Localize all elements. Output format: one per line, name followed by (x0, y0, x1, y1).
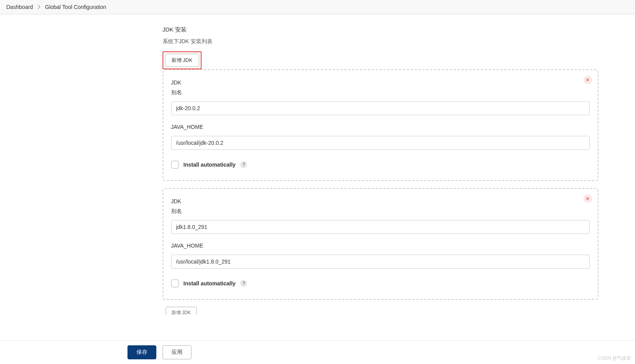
add-jdk-button-bottom[interactable]: 新增 JDK (166, 307, 197, 315)
help-icon[interactable]: ? (240, 161, 247, 168)
alias-label: 别名 (171, 207, 590, 215)
java-home-input[interactable] (171, 136, 590, 150)
breadcrumb-dashboard-link[interactable]: Dashboard (6, 4, 33, 10)
breadcrumb-current-link[interactable]: Global Tool Configuration (45, 4, 106, 10)
breadcrumb: Dashboard Global Tool Configuration (0, 0, 635, 14)
install-auto-row: Install automatically ? (171, 161, 590, 169)
jdk-install-card: ✕ JDK 别名 JAVA_HOME Install automatically… (163, 188, 598, 300)
alias-label: 别名 (171, 88, 590, 97)
delete-entry-button[interactable]: ✕ (584, 194, 592, 203)
add-jdk-bottom-wrapper: 新增 JDK (166, 307, 598, 315)
footer-action-bar: 保存 应用 (0, 340, 635, 350)
highlighted-button-frame: 新增 JDK (163, 51, 202, 69)
type-label: JDK (171, 197, 590, 206)
install-auto-label: Install automatically (184, 162, 236, 168)
alias-input[interactable] (171, 220, 590, 234)
jdk-install-card: ✕ JDK 别名 JAVA_HOME Install automatically… (163, 69, 598, 181)
type-label: JDK (171, 79, 590, 87)
install-auto-checkbox[interactable] (171, 161, 179, 169)
close-icon: ✕ (585, 77, 590, 83)
install-auto-row: Install automatically ? (171, 280, 590, 287)
install-auto-label: Install automatically (184, 280, 236, 287)
delete-entry-button[interactable]: ✕ (584, 76, 592, 84)
java-home-label: JAVA_HOME (171, 242, 590, 250)
section-subtitle: 系统下JDK 安装列表 (163, 38, 598, 45)
install-auto-checkbox[interactable] (171, 280, 179, 287)
alias-input[interactable] (171, 101, 590, 115)
section-title: JDK 安装 (163, 26, 598, 33)
save-button[interactable]: 保存 (127, 345, 156, 350)
java-home-input[interactable] (171, 255, 590, 269)
help-icon[interactable]: ? (240, 280, 247, 287)
add-jdk-button[interactable]: 新增 JDK (165, 54, 199, 67)
chevron-right-icon (38, 4, 41, 10)
java-home-label: JAVA_HOME (171, 123, 590, 131)
apply-button[interactable]: 应用 (163, 345, 191, 350)
close-icon: ✕ (585, 196, 590, 201)
